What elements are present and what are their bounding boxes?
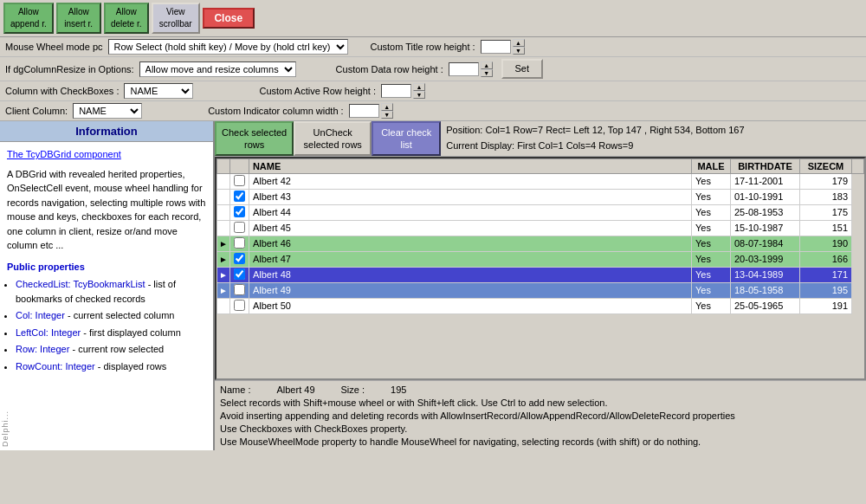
- row-checkbox-cell[interactable]: [229, 298, 249, 313]
- row-name: Albert 48: [249, 267, 691, 282]
- table-row[interactable]: ►Albert 48Yes13-04-1989171: [217, 267, 864, 282]
- custom-title-up[interactable]: ▲: [513, 39, 525, 47]
- row-indicator: ►: [217, 251, 230, 267]
- row-sizecm: 190: [800, 236, 852, 251]
- custom-active-up[interactable]: ▲: [413, 83, 425, 91]
- allow-insert-button[interactable]: Allow insert r.: [56, 3, 101, 34]
- prop-leftcol: LeftCol: Integer - first displayed colum…: [16, 326, 206, 340]
- row-birthdate: 18-05-1958: [731, 282, 800, 298]
- custom-data-up[interactable]: ▲: [481, 61, 493, 69]
- table-row[interactable]: ►Albert 49Yes18-05-1958195: [217, 282, 864, 298]
- prop-row: Row: Integer - current row selected: [16, 342, 206, 357]
- row-name: Albert 45: [249, 220, 691, 236]
- row-name: Albert 46: [249, 236, 691, 251]
- row-indicator: ►: [217, 267, 230, 282]
- row-birthdate: 25-08-1953: [731, 204, 800, 220]
- table-row[interactable]: ►Albert 46Yes08-07-1984190: [217, 236, 864, 251]
- row-name: Albert 44: [249, 204, 691, 220]
- row-checkbox[interactable]: [234, 222, 245, 233]
- row-sizecm: 183: [800, 189, 852, 204]
- row-checkbox[interactable]: [234, 253, 245, 264]
- close-button[interactable]: Close: [203, 8, 255, 29]
- row-name: Albert 50: [249, 298, 691, 313]
- if-resize-label: If dgColumnResize in Options:: [5, 64, 134, 74]
- row-male: Yes: [692, 267, 731, 282]
- info-content: The TcyDBGrid component A DBGrid with re…: [0, 142, 213, 381]
- data-grid: NAME MALE BIRTHDATE SIZECM Albert 42Yes1…: [216, 158, 864, 314]
- row-name: Albert 42: [249, 173, 691, 189]
- row-checkbox-cell[interactable]: [229, 282, 249, 298]
- bottom-line4: Use MouseWheelMode property to handle Mo…: [220, 436, 861, 447]
- grid-container[interactable]: NAME MALE BIRTHDATE SIZECM Albert 42Yes1…: [215, 157, 866, 381]
- custom-data-input[interactable]: 0: [449, 62, 479, 76]
- custom-indicator-down[interactable]: ▼: [381, 111, 393, 119]
- row-birthdate: 20-03-1999: [731, 251, 800, 267]
- if-resize-select[interactable]: Allow move and resize columns: [139, 61, 296, 77]
- row-checkbox-cell[interactable]: [229, 220, 249, 236]
- table-row[interactable]: Albert 45Yes15-10-1987151: [217, 220, 864, 236]
- allow-append-button[interactable]: Allow append r.: [3, 3, 54, 34]
- table-row[interactable]: ►Albert 47Yes20-03-1999166: [217, 251, 864, 267]
- row-checkbox[interactable]: [234, 191, 245, 202]
- custom-active-input[interactable]: 0: [381, 84, 411, 98]
- row-indicator: [217, 204, 230, 220]
- custom-data-down[interactable]: ▼: [481, 69, 493, 77]
- row-checkbox-cell[interactable]: [229, 236, 249, 251]
- col-sizecm-header[interactable]: SIZECM: [800, 158, 852, 173]
- row-male: Yes: [692, 251, 731, 267]
- row-checkbox[interactable]: [234, 268, 245, 280]
- custom-title-label: Custom Title row height :: [371, 42, 475, 52]
- row-checkbox-cell[interactable]: [229, 204, 249, 220]
- uncheck-selected-button[interactable]: UnCheck selected rows: [294, 121, 372, 155]
- public-title: Public properties: [7, 260, 206, 275]
- custom-indicator-spin: 0 ▲ ▼: [349, 103, 393, 119]
- custom-indicator-input[interactable]: 0: [349, 104, 379, 118]
- row-sizecm: 166: [800, 251, 852, 267]
- col-birthdate-header[interactable]: BIRTHDATE: [731, 158, 800, 173]
- view-scrollbar-button[interactable]: View scrollbar: [152, 3, 200, 34]
- table-row[interactable]: Albert 42Yes17-11-2001179: [217, 173, 864, 189]
- name-value: Albert 49: [276, 384, 314, 395]
- row-checkbox-cell[interactable]: [229, 251, 249, 267]
- row-checkbox[interactable]: [234, 300, 245, 311]
- custom-title-down[interactable]: ▼: [513, 47, 525, 55]
- client-col-label: Client Column:: [5, 106, 68, 116]
- row-checkbox-cell[interactable]: [229, 173, 249, 189]
- col-male-header[interactable]: MALE: [692, 158, 731, 173]
- custom-active-spin: 0 ▲ ▼: [381, 83, 425, 99]
- table-row[interactable]: Albert 50Yes25-05-1965191: [217, 298, 864, 313]
- custom-indicator-up[interactable]: ▲: [381, 103, 393, 111]
- check-selected-button[interactable]: Check selected rows: [215, 121, 294, 155]
- row-male: Yes: [692, 236, 731, 251]
- set-button[interactable]: Set: [501, 59, 543, 79]
- custom-data-label: Custom Data row height :: [336, 64, 443, 74]
- row-checkbox[interactable]: [234, 175, 245, 186]
- row-indicator: [217, 173, 230, 189]
- mouse-wheel-select[interactable]: Row Select (hold shift key) / Move by (h…: [108, 39, 348, 55]
- row-checkbox[interactable]: [234, 206, 245, 217]
- row-name: Albert 49: [249, 282, 691, 298]
- custom-active-down[interactable]: ▼: [413, 91, 425, 99]
- position-info: Position: Col=1 Row=7 Rect= Left 12, Top…: [441, 121, 866, 155]
- table-row[interactable]: Albert 43Yes01-10-1991183: [217, 189, 864, 204]
- clear-check-button[interactable]: Clear check list: [372, 121, 441, 155]
- info-link[interactable]: The TcyDBGrid component: [7, 149, 121, 159]
- col-indicator: [217, 158, 230, 173]
- custom-title-input[interactable]: 0: [481, 40, 511, 54]
- row-male: Yes: [692, 173, 731, 189]
- row-checkbox[interactable]: [234, 284, 245, 295]
- custom-active-label: Custom Active Row height :: [259, 86, 376, 96]
- col-name-header[interactable]: NAME: [249, 158, 691, 173]
- allow-delete-button[interactable]: Allow delete r.: [104, 3, 149, 34]
- row-birthdate: 01-10-1991: [731, 189, 800, 204]
- table-row[interactable]: Albert 44Yes25-08-1953175: [217, 204, 864, 220]
- toolbar: Allow append r. Allow insert r. Allow de…: [0, 0, 866, 37]
- row-birthdate: 25-05-1965: [731, 298, 800, 313]
- row-checkbox[interactable]: [234, 237, 245, 249]
- client-col-select[interactable]: NAME: [73, 103, 142, 119]
- col-checkboxes-select[interactable]: NAME: [124, 83, 193, 99]
- row-male: Yes: [692, 298, 731, 313]
- bottom-panel: Name : Albert 49 Size : 195 Select recor…: [215, 380, 866, 450]
- row-checkbox-cell[interactable]: [229, 189, 249, 204]
- row-checkbox-cell[interactable]: [229, 267, 249, 282]
